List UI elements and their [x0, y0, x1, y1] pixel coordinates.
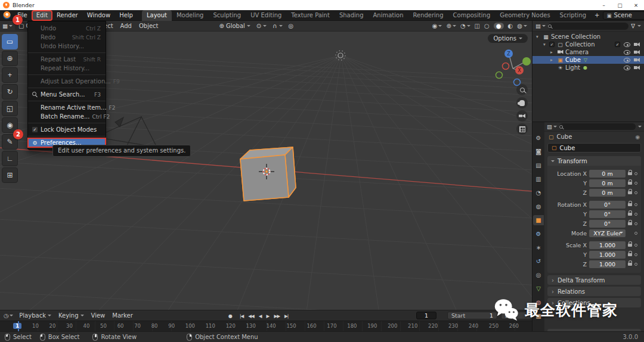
transform-orientation-dropdown[interactable]: ⊕Global [219, 23, 250, 29]
lock-icon[interactable] [628, 182, 632, 185]
workspace-tab[interactable]: UV Editing [246, 10, 286, 21]
workspace-tab[interactable]: Shading [335, 10, 369, 21]
add-menu[interactable]: Add [117, 23, 135, 29]
minimize-button[interactable]: – [596, 0, 612, 10]
tab-texture[interactable]: ▩ [533, 311, 544, 321]
properties-editor-icon[interactable]: ▧ [547, 123, 557, 130]
workspace-tab[interactable]: Scripting [555, 10, 591, 21]
prev-keyframe-button[interactable]: ◀◀ [246, 313, 256, 319]
animate-dot-icon[interactable] [634, 232, 637, 235]
tab-tool[interactable]: ⚙ [533, 133, 544, 143]
value-field[interactable]: 0° [589, 220, 626, 228]
hide-in-viewport-icon[interactable] [624, 58, 630, 63]
tab-scene[interactable]: ◔ [533, 188, 544, 198]
value-field[interactable]: 1.000 [589, 241, 626, 249]
properties-section-header[interactable]: Collections [547, 298, 641, 307]
start-frame-field[interactable]: Start1 [447, 312, 497, 319]
snapping-dropdown[interactable]: ∩ [273, 23, 282, 29]
lock-icon[interactable] [628, 244, 632, 247]
lock-icon[interactable] [628, 253, 632, 256]
tool-move[interactable]: + [2, 67, 18, 83]
animate-dot-icon[interactable] [634, 203, 637, 206]
animate-dot-icon[interactable] [634, 182, 637, 185]
edit-menu-item[interactable]: Undo History... [28, 42, 106, 51]
edit-menu-item[interactable]: Lock Object Modes [28, 125, 106, 134]
show-object-types-icon[interactable]: ◉ [432, 23, 442, 29]
menu-render[interactable]: Render [52, 11, 82, 20]
timeline-menu[interactable]: Marker [112, 312, 133, 319]
workspace-tab[interactable]: Animation [369, 10, 408, 21]
menu-edit[interactable]: Edit [32, 11, 52, 20]
play-reverse-button[interactable]: ◀ [256, 313, 264, 319]
tool-scale[interactable]: ◱ [2, 101, 18, 116]
tab-constraints[interactable]: ◎ [533, 270, 544, 280]
shading-material-icon[interactable]: ◐ [508, 23, 513, 29]
tool-measure[interactable]: ∟ [2, 151, 18, 166]
value-field[interactable]: 1.000 [589, 260, 626, 268]
timeline-ruler[interactable]: 1102030405060708090100110120130140150160… [0, 321, 532, 331]
shading-rendered-icon[interactable]: ◍ [517, 23, 527, 29]
workspace-tab[interactable]: Rendering [408, 10, 448, 21]
shading-solid-icon[interactable]: ● [494, 23, 504, 29]
lock-icon[interactable] [628, 222, 632, 225]
row-scene-collection[interactable]: ▾ ▦ Scene Collection [532, 33, 644, 41]
menu-help[interactable]: Help [115, 11, 137, 20]
lock-icon[interactable] [628, 213, 632, 216]
value-field[interactable]: 0 m [589, 189, 626, 197]
lock-icon[interactable] [628, 191, 632, 194]
value-field[interactable]: 0° [589, 201, 626, 209]
value-field[interactable]: XYZ Euler [589, 229, 626, 237]
next-keyframe-button[interactable]: ▶▶ [271, 313, 282, 319]
workspace-tab[interactable]: Texture Paint [286, 10, 335, 21]
expand-icon[interactable]: ▾ [536, 34, 542, 39]
edit-menu-item[interactable]: Repeat Last Shift R [28, 55, 106, 64]
disable-in-render-icon[interactable] [634, 42, 640, 46]
shading-wireframe-icon[interactable]: ○ [484, 23, 490, 29]
tab-output[interactable]: ▤ [533, 160, 544, 170]
selectability-checkbox[interactable] [615, 42, 620, 47]
pivot-point-dropdown[interactable]: ⊙ [256, 23, 267, 29]
animate-dot-icon[interactable] [634, 263, 637, 266]
disable-in-render-icon[interactable] [634, 66, 640, 70]
object-menu[interactable]: Object [135, 23, 162, 29]
proportional-editing-toggle[interactable]: ◎ [289, 23, 294, 29]
close-button[interactable]: ✕ [628, 0, 644, 10]
row-collection[interactable]: ▾ ▢ Collection [532, 41, 644, 48]
tab-physics[interactable]: ↺ [533, 256, 544, 266]
expand-icon[interactable]: ▸ [550, 49, 556, 55]
timeline-menu[interactable]: Keying [58, 312, 84, 319]
edit-menu-item[interactable]: Adjust Last Operation... F9 [28, 77, 106, 86]
tool-cursor[interactable]: ⊕ [2, 51, 18, 66]
outliner-search-input[interactable] [548, 23, 628, 30]
tab-particles[interactable]: ∗ [533, 242, 544, 253]
value-field[interactable]: 0 m [589, 170, 626, 178]
timeline-menu[interactable]: View [91, 312, 106, 319]
hide-in-viewport-icon[interactable] [624, 42, 630, 47]
auto-keyframe-button[interactable]: ● [228, 313, 233, 319]
edit-menu-item[interactable]: Menu Search... F3 [28, 90, 106, 99]
object-name-field[interactable]: ▢ Cube [547, 143, 641, 153]
end-frame-field[interactable]: End [501, 312, 532, 319]
animate-dot-icon[interactable] [634, 213, 637, 216]
edit-menu-item[interactable]: Batch Rename... Ctrl F2 [28, 112, 106, 121]
row-camera[interactable]: ▸ Camera [532, 48, 644, 56]
properties-filter-icon[interactable] [638, 126, 642, 129]
tab-material[interactable]: ◍ [533, 297, 544, 307]
properties-search-input[interactable] [559, 123, 636, 130]
edit-menu-item[interactable] [28, 88, 106, 88]
timeline-editor-icon[interactable]: ◷ [4, 312, 13, 319]
workspace-tab[interactable]: Sculpting [208, 10, 246, 21]
expand-icon[interactable]: ▸ [550, 57, 556, 63]
show-gizmos-icon[interactable]: ⊕ [446, 23, 456, 29]
edit-menu-item[interactable]: Rename Active Item... F2 [28, 103, 106, 112]
disable-in-render-icon[interactable] [634, 50, 640, 54]
tab-view-layer[interactable]: ▥ [533, 174, 544, 184]
animate-dot-icon[interactable] [634, 191, 637, 194]
jump-to-end-button[interactable]: ▶| [282, 313, 290, 319]
blender-app-menu-icon[interactable] [3, 11, 11, 19]
workspace-tab[interactable]: Layout [142, 10, 172, 21]
properties-section-header[interactable]: Delta Transform [547, 275, 641, 285]
animate-dot-icon[interactable] [634, 244, 637, 247]
edit-menu-item[interactable] [28, 136, 106, 136]
maximize-button[interactable]: □ [612, 0, 628, 10]
